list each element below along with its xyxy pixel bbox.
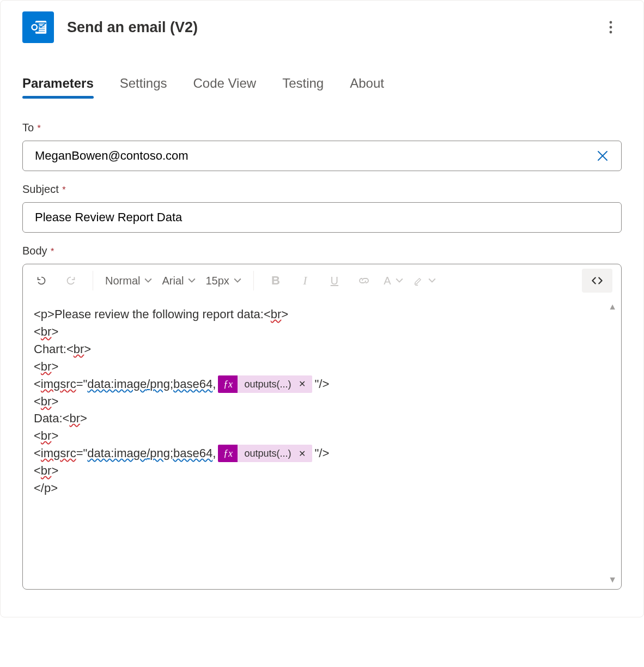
body-text: img — [41, 445, 60, 462]
close-icon — [597, 150, 609, 162]
tab-parameters[interactable]: Parameters — [22, 76, 94, 98]
body-text: br — [74, 341, 84, 358]
font-size-value: 15px — [205, 275, 229, 287]
more-options-button[interactable] — [600, 16, 622, 38]
chevron-down-icon — [144, 277, 152, 284]
code-icon — [590, 274, 604, 288]
body-text: > — [84, 341, 91, 358]
to-input[interactable] — [34, 148, 593, 163]
body-text: Data:< — [34, 410, 69, 427]
link-button[interactable] — [351, 270, 377, 292]
chevron-down-icon — [234, 277, 241, 284]
body-text: src — [60, 445, 76, 462]
body-text: img — [41, 375, 60, 393]
body-text: > — [51, 427, 58, 445]
body-text: </p> — [34, 480, 58, 497]
toolbar-separator — [93, 271, 93, 290]
body-text: =" — [76, 445, 88, 462]
body-text: "/> — [314, 375, 329, 393]
svg-point-3 — [610, 21, 612, 24]
required-marker: * — [38, 124, 41, 133]
paragraph-style-dropdown[interactable]: Normal — [102, 270, 155, 292]
undo-icon — [35, 275, 47, 287]
subject-input-wrapper — [22, 202, 622, 233]
font-color-dropdown[interactable]: A — [380, 270, 406, 292]
tab-strip: Parameters Settings Code View Testing Ab… — [22, 76, 622, 98]
body-text: , — [212, 445, 216, 462]
clear-to-button[interactable] — [593, 146, 612, 166]
body-text: png;base64 — [150, 445, 212, 462]
chevron-down-icon — [188, 277, 196, 284]
underline-button[interactable]: U — [321, 270, 348, 292]
body-text: < — [34, 375, 41, 393]
fx-icon: ƒx — [218, 445, 238, 462]
redo-icon — [65, 275, 77, 287]
to-label: To — [22, 122, 34, 134]
body-text: br — [41, 462, 52, 480]
subject-input[interactable] — [34, 210, 610, 225]
body-text: > — [51, 462, 58, 480]
body-editor: Normal Arial 15px B I U — [22, 264, 622, 590]
expression-token[interactable]: ƒx outputs(...) ✕ — [218, 445, 312, 462]
body-text: src — [60, 375, 76, 393]
scroll-down-arrow[interactable]: ▼ — [608, 573, 617, 586]
tab-code-view[interactable]: Code View — [193, 76, 256, 98]
body-text: br — [69, 410, 80, 427]
font-color-icon: A — [384, 275, 391, 287]
body-text: < — [34, 462, 41, 480]
required-marker: * — [62, 185, 65, 195]
bold-button[interactable]: B — [263, 270, 289, 292]
scroll-up-arrow[interactable]: ▲ — [608, 300, 617, 313]
body-text: br — [41, 393, 52, 410]
tab-about[interactable]: About — [350, 76, 384, 98]
chevron-down-icon — [396, 277, 403, 284]
link-icon — [357, 274, 370, 287]
body-text: "/> — [314, 445, 329, 462]
expression-token[interactable]: ƒx outputs(...) ✕ — [218, 375, 312, 393]
font-size-dropdown[interactable]: 15px — [202, 270, 244, 292]
body-text: < — [34, 427, 41, 445]
outlook-icon — [22, 11, 54, 43]
toolbar-separator — [253, 271, 254, 290]
highlight-color-dropdown[interactable] — [410, 270, 439, 292]
body-text: png;base64 — [150, 375, 212, 393]
body-text: > — [51, 323, 58, 341]
body-text: < — [34, 323, 41, 341]
svg-point-4 — [610, 26, 612, 29]
expression-token-label: outputs(...) — [244, 377, 291, 391]
tab-testing[interactable]: Testing — [282, 76, 324, 98]
to-input-wrapper — [22, 141, 622, 171]
body-text: br — [41, 427, 52, 445]
font-family-dropdown[interactable]: Arial — [159, 270, 199, 292]
body-text: Chart:< — [34, 341, 74, 358]
chevron-down-icon — [428, 277, 436, 284]
body-text: < — [34, 445, 41, 462]
body-text: < — [34, 393, 41, 410]
more-vertical-icon — [609, 21, 612, 34]
paragraph-style-value: Normal — [105, 275, 140, 287]
body-text: br — [41, 323, 52, 341]
code-view-toggle[interactable] — [582, 269, 612, 293]
body-label: Body — [22, 245, 47, 257]
remove-token-button[interactable]: ✕ — [296, 447, 306, 460]
body-text: > — [51, 358, 58, 375]
body-content-area[interactable]: ▲ <p>Please review the following report … — [23, 297, 621, 589]
body-text: br — [41, 358, 52, 375]
fx-icon: ƒx — [218, 375, 238, 393]
body-text: br — [271, 306, 282, 323]
body-text: =" — [76, 375, 88, 393]
redo-button[interactable] — [58, 270, 84, 292]
body-text: data:image — [87, 445, 147, 462]
action-title: Send an email (V2) — [67, 19, 587, 36]
required-marker: * — [51, 247, 54, 256]
tab-settings[interactable]: Settings — [120, 76, 167, 98]
editor-toolbar: Normal Arial 15px B I U — [23, 264, 621, 297]
body-text: , — [212, 375, 216, 393]
expression-token-label: outputs(...) — [244, 446, 291, 460]
undo-button[interactable] — [28, 270, 54, 292]
remove-token-button[interactable]: ✕ — [296, 378, 306, 390]
italic-button[interactable]: I — [292, 270, 318, 292]
subject-label: Subject — [22, 183, 59, 195]
font-family-value: Arial — [162, 275, 184, 287]
body-text: > — [80, 410, 87, 427]
